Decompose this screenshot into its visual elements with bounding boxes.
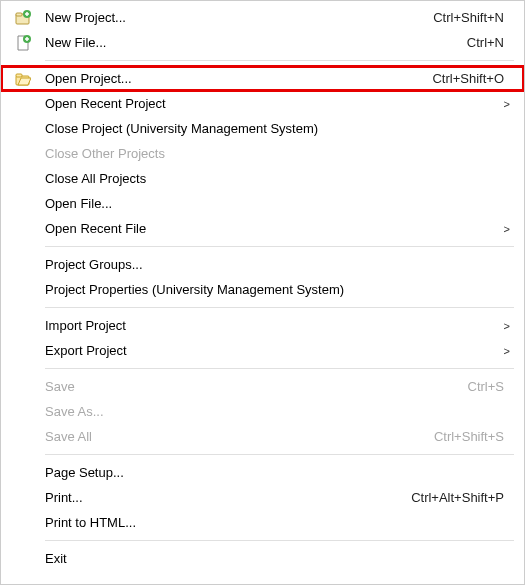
menu-item-label: Project Properties (University Managemen… [45, 282, 510, 297]
chevron-right-icon: > [498, 98, 510, 110]
chevron-right-icon: > [498, 345, 510, 357]
chevron-right-icon: > [498, 223, 510, 235]
menu-item-close-project-university-management-system[interactable]: Close Project (University Management Sys… [1, 116, 524, 141]
menu-icon-slot [1, 10, 45, 26]
menu-item-label: Export Project [45, 343, 498, 358]
menu-item-print-to-html[interactable]: Print to HTML... [1, 510, 524, 535]
menu-item-export-project[interactable]: Export Project> [1, 338, 524, 363]
menu-item-shortcut: Ctrl+Shift+N [433, 10, 510, 25]
menu-item-save-all: Save AllCtrl+Shift+S [1, 424, 524, 449]
menu-icon-slot [1, 35, 45, 51]
menu-item-open-recent-project[interactable]: Open Recent Project> [1, 91, 524, 116]
menu-item-close-all-projects[interactable]: Close All Projects [1, 166, 524, 191]
menu-separator [45, 368, 514, 369]
menu-item-label: Exit [45, 551, 510, 566]
svg-rect-1 [16, 13, 22, 16]
menu-item-new-file[interactable]: New File...Ctrl+N [1, 30, 524, 55]
menu-item-label: New File... [45, 35, 467, 50]
new-project-icon [15, 10, 31, 26]
menu-item-label: Save [45, 379, 468, 394]
menu-item-label: Open Recent File [45, 221, 498, 236]
menu-item-import-project[interactable]: Import Project> [1, 313, 524, 338]
menu-item-label: Close Project (University Management Sys… [45, 121, 510, 136]
new-file-icon [15, 35, 31, 51]
menu-item-project-groups[interactable]: Project Groups... [1, 252, 524, 277]
menu-item-label: Close Other Projects [45, 146, 510, 161]
menu-item-label: Save As... [45, 404, 510, 419]
menu-icon-slot [1, 71, 45, 87]
menu-item-shortcut: Ctrl+N [467, 35, 510, 50]
menu-item-label: Import Project [45, 318, 498, 333]
menu-item-project-properties-university-management-system[interactable]: Project Properties (University Managemen… [1, 277, 524, 302]
menu-item-label: Project Groups... [45, 257, 510, 272]
menu-item-label: Print to HTML... [45, 515, 510, 530]
file-menu: New Project...Ctrl+Shift+NNew File...Ctr… [1, 1, 524, 575]
menu-separator [45, 60, 514, 61]
chevron-right-icon: > [498, 320, 510, 332]
menu-item-label: Open Recent Project [45, 96, 498, 111]
menu-item-open-recent-file[interactable]: Open Recent File> [1, 216, 524, 241]
menu-item-label: Close All Projects [45, 171, 510, 186]
menu-item-save-as: Save As... [1, 399, 524, 424]
menu-item-shortcut: Ctrl+Shift+S [434, 429, 510, 444]
menu-item-open-file[interactable]: Open File... [1, 191, 524, 216]
menu-item-print[interactable]: Print...Ctrl+Alt+Shift+P [1, 485, 524, 510]
menu-separator [45, 246, 514, 247]
menu-item-save: SaveCtrl+S [1, 374, 524, 399]
menu-item-shortcut: Ctrl+S [468, 379, 510, 394]
menu-separator [45, 454, 514, 455]
menu-item-open-project[interactable]: Open Project...Ctrl+Shift+O [1, 66, 524, 91]
menu-item-exit[interactable]: Exit [1, 546, 524, 571]
menu-item-close-other-projects: Close Other Projects [1, 141, 524, 166]
menu-item-label: Open File... [45, 196, 510, 211]
open-project-icon [15, 71, 31, 87]
menu-item-shortcut: Ctrl+Shift+O [432, 71, 510, 86]
menu-item-page-setup[interactable]: Page Setup... [1, 460, 524, 485]
menu-separator [45, 540, 514, 541]
menu-item-shortcut: Ctrl+Alt+Shift+P [411, 490, 510, 505]
menu-item-label: Print... [45, 490, 411, 505]
menu-item-label: Open Project... [45, 71, 432, 86]
menu-separator [45, 307, 514, 308]
svg-rect-5 [16, 74, 22, 77]
menu-item-label: Save All [45, 429, 434, 444]
menu-item-label: New Project... [45, 10, 433, 25]
menu-item-new-project[interactable]: New Project...Ctrl+Shift+N [1, 5, 524, 30]
menu-item-label: Page Setup... [45, 465, 510, 480]
